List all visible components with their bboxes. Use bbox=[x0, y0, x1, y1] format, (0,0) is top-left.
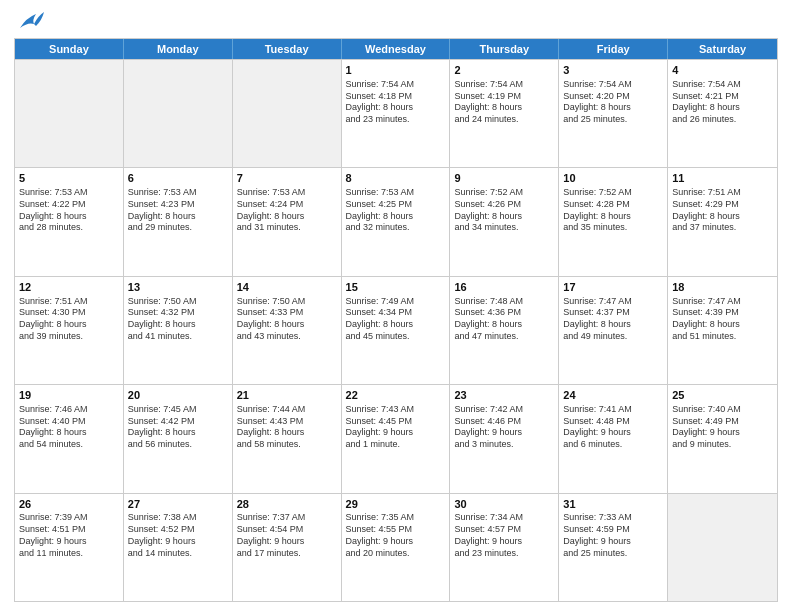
logo-bird-icon bbox=[16, 10, 44, 32]
day-number: 30 bbox=[454, 497, 554, 512]
day-info: Sunrise: 7:46 AMSunset: 4:40 PMDaylight:… bbox=[19, 404, 119, 451]
calendar-day-16: 16Sunrise: 7:48 AMSunset: 4:36 PMDayligh… bbox=[450, 277, 559, 384]
day-info: Sunrise: 7:44 AMSunset: 4:43 PMDaylight:… bbox=[237, 404, 337, 451]
day-info: Sunrise: 7:50 AMSunset: 4:32 PMDaylight:… bbox=[128, 296, 228, 343]
day-info: Sunrise: 7:53 AMSunset: 4:25 PMDaylight:… bbox=[346, 187, 446, 234]
calendar-day-22: 22Sunrise: 7:43 AMSunset: 4:45 PMDayligh… bbox=[342, 385, 451, 492]
calendar-day-8: 8Sunrise: 7:53 AMSunset: 4:25 PMDaylight… bbox=[342, 168, 451, 275]
day-number: 29 bbox=[346, 497, 446, 512]
day-info: Sunrise: 7:53 AMSunset: 4:22 PMDaylight:… bbox=[19, 187, 119, 234]
day-info: Sunrise: 7:45 AMSunset: 4:42 PMDaylight:… bbox=[128, 404, 228, 451]
calendar-week-5: 26Sunrise: 7:39 AMSunset: 4:51 PMDayligh… bbox=[15, 493, 777, 601]
day-info: Sunrise: 7:37 AMSunset: 4:54 PMDaylight:… bbox=[237, 512, 337, 559]
calendar-day-11: 11Sunrise: 7:51 AMSunset: 4:29 PMDayligh… bbox=[668, 168, 777, 275]
calendar-day-31: 31Sunrise: 7:33 AMSunset: 4:59 PMDayligh… bbox=[559, 494, 668, 601]
day-info: Sunrise: 7:33 AMSunset: 4:59 PMDaylight:… bbox=[563, 512, 663, 559]
day-number: 27 bbox=[128, 497, 228, 512]
calendar-day-27: 27Sunrise: 7:38 AMSunset: 4:52 PMDayligh… bbox=[124, 494, 233, 601]
page: SundayMondayTuesdayWednesdayThursdayFrid… bbox=[0, 0, 792, 612]
calendar-day-5: 5Sunrise: 7:53 AMSunset: 4:22 PMDaylight… bbox=[15, 168, 124, 275]
calendar-day-15: 15Sunrise: 7:49 AMSunset: 4:34 PMDayligh… bbox=[342, 277, 451, 384]
calendar-day-29: 29Sunrise: 7:35 AMSunset: 4:55 PMDayligh… bbox=[342, 494, 451, 601]
calendar-day-3: 3Sunrise: 7:54 AMSunset: 4:20 PMDaylight… bbox=[559, 60, 668, 167]
day-number: 12 bbox=[19, 280, 119, 295]
day-number: 13 bbox=[128, 280, 228, 295]
header-day-wednesday: Wednesday bbox=[342, 39, 451, 59]
day-info: Sunrise: 7:40 AMSunset: 4:49 PMDaylight:… bbox=[672, 404, 773, 451]
day-number: 6 bbox=[128, 171, 228, 186]
calendar-body: 1Sunrise: 7:54 AMSunset: 4:18 PMDaylight… bbox=[15, 59, 777, 601]
day-number: 21 bbox=[237, 388, 337, 403]
header-day-saturday: Saturday bbox=[668, 39, 777, 59]
day-info: Sunrise: 7:51 AMSunset: 4:30 PMDaylight:… bbox=[19, 296, 119, 343]
day-info: Sunrise: 7:38 AMSunset: 4:52 PMDaylight:… bbox=[128, 512, 228, 559]
day-number: 9 bbox=[454, 171, 554, 186]
day-info: Sunrise: 7:54 AMSunset: 4:18 PMDaylight:… bbox=[346, 79, 446, 126]
day-info: Sunrise: 7:50 AMSunset: 4:33 PMDaylight:… bbox=[237, 296, 337, 343]
calendar-day-23: 23Sunrise: 7:42 AMSunset: 4:46 PMDayligh… bbox=[450, 385, 559, 492]
calendar-empty-cell bbox=[668, 494, 777, 601]
day-info: Sunrise: 7:53 AMSunset: 4:23 PMDaylight:… bbox=[128, 187, 228, 234]
day-number: 11 bbox=[672, 171, 773, 186]
calendar: SundayMondayTuesdayWednesdayThursdayFrid… bbox=[14, 38, 778, 602]
day-info: Sunrise: 7:53 AMSunset: 4:24 PMDaylight:… bbox=[237, 187, 337, 234]
header-day-monday: Monday bbox=[124, 39, 233, 59]
logo bbox=[14, 10, 44, 32]
day-info: Sunrise: 7:54 AMSunset: 4:19 PMDaylight:… bbox=[454, 79, 554, 126]
calendar-day-6: 6Sunrise: 7:53 AMSunset: 4:23 PMDaylight… bbox=[124, 168, 233, 275]
calendar-day-26: 26Sunrise: 7:39 AMSunset: 4:51 PMDayligh… bbox=[15, 494, 124, 601]
calendar-day-13: 13Sunrise: 7:50 AMSunset: 4:32 PMDayligh… bbox=[124, 277, 233, 384]
day-number: 14 bbox=[237, 280, 337, 295]
calendar-day-20: 20Sunrise: 7:45 AMSunset: 4:42 PMDayligh… bbox=[124, 385, 233, 492]
calendar-day-2: 2Sunrise: 7:54 AMSunset: 4:19 PMDaylight… bbox=[450, 60, 559, 167]
day-number: 24 bbox=[563, 388, 663, 403]
calendar-day-17: 17Sunrise: 7:47 AMSunset: 4:37 PMDayligh… bbox=[559, 277, 668, 384]
calendar-day-12: 12Sunrise: 7:51 AMSunset: 4:30 PMDayligh… bbox=[15, 277, 124, 384]
calendar-day-28: 28Sunrise: 7:37 AMSunset: 4:54 PMDayligh… bbox=[233, 494, 342, 601]
calendar-day-21: 21Sunrise: 7:44 AMSunset: 4:43 PMDayligh… bbox=[233, 385, 342, 492]
day-info: Sunrise: 7:35 AMSunset: 4:55 PMDaylight:… bbox=[346, 512, 446, 559]
calendar-empty-cell bbox=[233, 60, 342, 167]
header-day-sunday: Sunday bbox=[15, 39, 124, 59]
calendar-empty-cell bbox=[124, 60, 233, 167]
calendar-day-10: 10Sunrise: 7:52 AMSunset: 4:28 PMDayligh… bbox=[559, 168, 668, 275]
day-number: 18 bbox=[672, 280, 773, 295]
day-number: 31 bbox=[563, 497, 663, 512]
day-number: 28 bbox=[237, 497, 337, 512]
day-number: 7 bbox=[237, 171, 337, 186]
day-number: 8 bbox=[346, 171, 446, 186]
calendar-week-3: 12Sunrise: 7:51 AMSunset: 4:30 PMDayligh… bbox=[15, 276, 777, 384]
day-info: Sunrise: 7:51 AMSunset: 4:29 PMDaylight:… bbox=[672, 187, 773, 234]
calendar-day-24: 24Sunrise: 7:41 AMSunset: 4:48 PMDayligh… bbox=[559, 385, 668, 492]
calendar-week-1: 1Sunrise: 7:54 AMSunset: 4:18 PMDaylight… bbox=[15, 59, 777, 167]
header bbox=[14, 10, 778, 32]
day-info: Sunrise: 7:52 AMSunset: 4:26 PMDaylight:… bbox=[454, 187, 554, 234]
day-number: 5 bbox=[19, 171, 119, 186]
day-info: Sunrise: 7:47 AMSunset: 4:39 PMDaylight:… bbox=[672, 296, 773, 343]
day-info: Sunrise: 7:34 AMSunset: 4:57 PMDaylight:… bbox=[454, 512, 554, 559]
day-info: Sunrise: 7:49 AMSunset: 4:34 PMDaylight:… bbox=[346, 296, 446, 343]
day-info: Sunrise: 7:52 AMSunset: 4:28 PMDaylight:… bbox=[563, 187, 663, 234]
day-info: Sunrise: 7:41 AMSunset: 4:48 PMDaylight:… bbox=[563, 404, 663, 451]
day-number: 15 bbox=[346, 280, 446, 295]
calendar-week-4: 19Sunrise: 7:46 AMSunset: 4:40 PMDayligh… bbox=[15, 384, 777, 492]
day-info: Sunrise: 7:47 AMSunset: 4:37 PMDaylight:… bbox=[563, 296, 663, 343]
day-info: Sunrise: 7:54 AMSunset: 4:20 PMDaylight:… bbox=[563, 79, 663, 126]
day-info: Sunrise: 7:43 AMSunset: 4:45 PMDaylight:… bbox=[346, 404, 446, 451]
day-info: Sunrise: 7:39 AMSunset: 4:51 PMDaylight:… bbox=[19, 512, 119, 559]
day-info: Sunrise: 7:54 AMSunset: 4:21 PMDaylight:… bbox=[672, 79, 773, 126]
calendar-day-18: 18Sunrise: 7:47 AMSunset: 4:39 PMDayligh… bbox=[668, 277, 777, 384]
day-number: 4 bbox=[672, 63, 773, 78]
day-number: 10 bbox=[563, 171, 663, 186]
day-number: 20 bbox=[128, 388, 228, 403]
day-number: 16 bbox=[454, 280, 554, 295]
day-number: 19 bbox=[19, 388, 119, 403]
calendar-day-25: 25Sunrise: 7:40 AMSunset: 4:49 PMDayligh… bbox=[668, 385, 777, 492]
day-info: Sunrise: 7:48 AMSunset: 4:36 PMDaylight:… bbox=[454, 296, 554, 343]
calendar-day-7: 7Sunrise: 7:53 AMSunset: 4:24 PMDaylight… bbox=[233, 168, 342, 275]
day-number: 22 bbox=[346, 388, 446, 403]
calendar-header: SundayMondayTuesdayWednesdayThursdayFrid… bbox=[15, 39, 777, 59]
header-day-thursday: Thursday bbox=[450, 39, 559, 59]
day-info: Sunrise: 7:42 AMSunset: 4:46 PMDaylight:… bbox=[454, 404, 554, 451]
logo-text bbox=[14, 10, 44, 32]
